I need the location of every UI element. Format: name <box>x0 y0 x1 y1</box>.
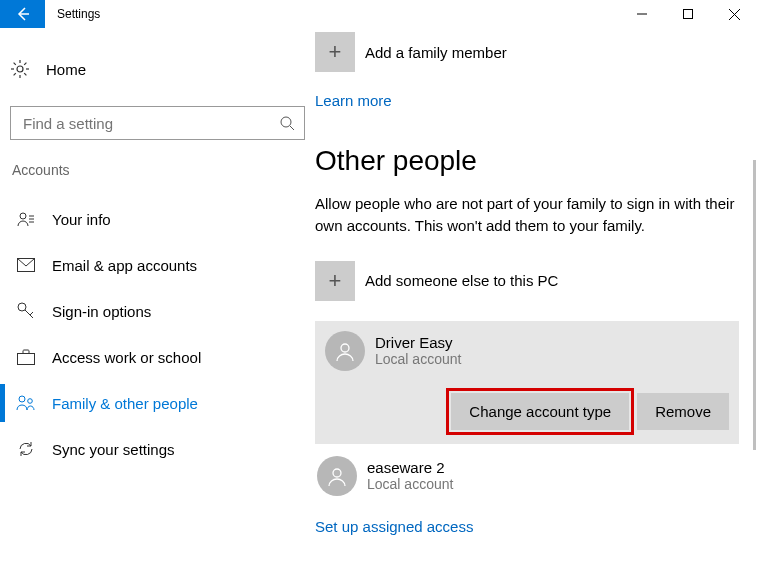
user-name: easeware 2 <box>367 459 453 476</box>
svg-point-25 <box>28 399 33 404</box>
learn-more-link[interactable]: Learn more <box>315 92 739 109</box>
svg-rect-1 <box>684 10 693 19</box>
svg-point-15 <box>20 213 26 219</box>
sidebar-item-work[interactable]: Access work or school <box>10 334 315 380</box>
svg-line-10 <box>24 73 26 75</box>
svg-line-12 <box>14 73 16 75</box>
add-family-label: Add a family member <box>365 44 507 61</box>
sync-icon <box>16 439 36 459</box>
user-subtitle: Local account <box>375 351 461 367</box>
svg-line-11 <box>24 63 26 65</box>
sidebar-item-label: Family & other people <box>52 395 198 412</box>
avatar-icon <box>325 331 365 371</box>
section-label: Accounts <box>10 162 315 178</box>
svg-point-20 <box>18 303 26 311</box>
left-panel: Home Accounts Your info Email & app acco… <box>0 28 315 582</box>
home-button[interactable]: Home <box>10 48 315 90</box>
sidebar-item-family[interactable]: Family & other people <box>10 380 315 426</box>
sidebar-item-label: Sync your settings <box>52 441 175 458</box>
other-people-heading: Other people <box>315 145 739 177</box>
mail-icon <box>16 255 36 275</box>
add-other-label: Add someone else to this PC <box>365 272 558 289</box>
other-people-description: Allow people who are not part of your fa… <box>315 193 739 237</box>
user-subtitle: Local account <box>367 476 453 492</box>
window-titlebar: Settings <box>0 0 757 28</box>
sidebar-item-label: Email & app accounts <box>52 257 197 274</box>
remove-button[interactable]: Remove <box>637 393 729 430</box>
user-row-easeware[interactable]: easeware 2 Local account <box>315 450 739 496</box>
sidebar-item-label: Sign-in options <box>52 303 151 320</box>
scrollbar[interactable] <box>753 160 756 450</box>
sidebar-item-label: Access work or school <box>52 349 201 366</box>
sidebar-item-signin[interactable]: Sign-in options <box>10 288 315 334</box>
sidebar-item-label: Your info <box>52 211 111 228</box>
search-input[interactable] <box>11 115 270 132</box>
window-controls <box>619 0 757 28</box>
sidebar-item-sync[interactable]: Sync your settings <box>10 426 315 472</box>
briefcase-icon <box>16 347 36 367</box>
key-icon <box>16 301 36 321</box>
main-panel: + Add a family member Learn more Other p… <box>315 28 757 582</box>
sidebar-item-your-info[interactable]: Your info <box>10 196 315 242</box>
people-icon <box>16 393 36 413</box>
search-box[interactable] <box>10 106 305 140</box>
svg-rect-23 <box>18 354 35 365</box>
add-other-row[interactable]: + Add someone else to this PC <box>315 261 739 301</box>
svg-line-21 <box>25 310 33 318</box>
svg-point-26 <box>341 344 349 352</box>
sidebar-item-email[interactable]: Email & app accounts <box>10 242 315 288</box>
assigned-access-link[interactable]: Set up assigned access <box>315 518 739 535</box>
plus-icon: + <box>315 261 355 301</box>
back-button[interactable] <box>0 0 45 28</box>
svg-line-22 <box>30 312 33 315</box>
add-family-row[interactable]: + Add a family member <box>315 32 739 72</box>
svg-point-13 <box>281 117 291 127</box>
svg-point-4 <box>17 66 23 72</box>
maximize-button[interactable] <box>665 0 711 28</box>
user-card-driver-easy[interactable]: Driver Easy Local account Change account… <box>315 321 739 444</box>
avatar-icon <box>317 456 357 496</box>
svg-point-27 <box>333 469 341 477</box>
home-label: Home <box>46 61 86 78</box>
person-icon <box>16 209 36 229</box>
gear-icon <box>10 59 30 79</box>
svg-line-14 <box>290 126 294 130</box>
user-name: Driver Easy <box>375 334 461 351</box>
svg-line-9 <box>14 63 16 65</box>
window-title: Settings <box>45 7 100 21</box>
change-account-type-button[interactable]: Change account type <box>451 393 629 430</box>
search-icon <box>270 115 304 131</box>
plus-icon: + <box>315 32 355 72</box>
close-button[interactable] <box>711 0 757 28</box>
minimize-button[interactable] <box>619 0 665 28</box>
svg-point-24 <box>19 396 25 402</box>
